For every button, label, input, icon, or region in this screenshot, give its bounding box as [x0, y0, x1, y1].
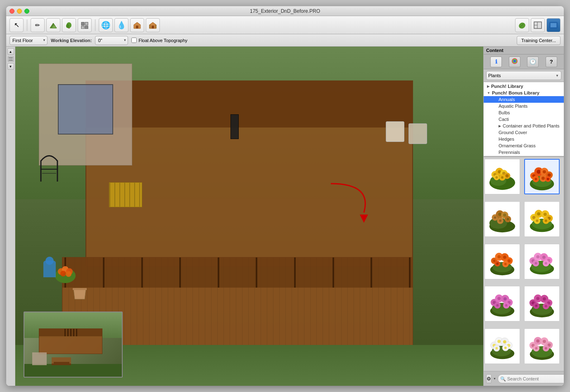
help-tab[interactable]: ? — [546, 57, 557, 67]
category-select[interactable]: Plants Structures Furniture Lighting Har… — [486, 71, 561, 80]
category-select-wrapper: Plants Structures Furniture Lighting Har… — [486, 71, 561, 80]
dropdown-arrow-btn[interactable]: ▼ — [493, 377, 496, 380]
thumbnail-overlay — [24, 312, 123, 378]
svg-point-68 — [494, 216, 496, 219]
plant-thumb-6[interactable] — [524, 244, 560, 279]
trellis-arch — [39, 149, 59, 182]
plant-thumb-2[interactable] — [524, 159, 560, 194]
decor-tool[interactable] — [146, 18, 160, 32]
punch-bonus-library-group[interactable]: ▼ Punch! Bonus Library — [484, 90, 564, 96]
svg-point-140 — [543, 298, 546, 301]
color-tab[interactable] — [509, 57, 520, 67]
svg-rect-13 — [149, 25, 151, 28]
svg-point-44 — [506, 174, 509, 177]
globe-tool[interactable]: 🌐 — [99, 18, 113, 32]
floor-select[interactable]: First Floor Second Floor Basement — [10, 36, 48, 45]
svg-rect-6 — [85, 22, 88, 25]
search-input[interactable] — [498, 374, 564, 383]
perennials-item[interactable]: Perennials — [484, 149, 564, 156]
minimize-button[interactable] — [17, 9, 22, 14]
svg-point-84 — [544, 213, 547, 216]
aquatic-plants-item[interactable]: Aquatic Plants — [484, 103, 564, 109]
terrain-tool[interactable] — [46, 18, 60, 32]
svg-point-88 — [536, 220, 538, 222]
annuals-item[interactable]: Annuals — [484, 96, 564, 103]
globe-icon: 🌐 — [101, 21, 110, 30]
layout-tool[interactable] — [78, 18, 92, 32]
tree-view[interactable]: ▶ Punch! Library ▼ Punch! Bonus Library … — [484, 82, 564, 156]
settings-tab[interactable]: 🕐 — [527, 57, 539, 67]
terrain-icon — [49, 21, 57, 29]
svg-point-94 — [493, 260, 496, 262]
help-icon: ? — [550, 59, 553, 65]
floorplan-button[interactable] — [531, 18, 545, 32]
punch-library-group[interactable]: ▶ Punch! Library — [484, 83, 564, 90]
panel-bottom: ⚙ ▼ 🔍 — [484, 371, 564, 386]
elevation-select-wrapper: 0" — [95, 36, 128, 45]
left-nav: ▲ ▼ — [6, 47, 15, 386]
plant-svg-6 — [526, 246, 558, 278]
yellow-fence — [109, 182, 142, 207]
structure-tool[interactable] — [130, 18, 144, 32]
svg-point-144 — [535, 305, 537, 307]
svg-point-152 — [497, 340, 501, 343]
plant-thumb-5[interactable] — [484, 244, 520, 279]
svg-point-98 — [503, 255, 506, 259]
close-button[interactable] — [10, 9, 14, 14]
plant-svg-8 — [526, 288, 558, 320]
ground-cover-item[interactable]: Ground Cover — [484, 129, 564, 136]
training-center-button[interactable]: Training Center... — [517, 36, 560, 45]
svg-point-154 — [503, 340, 506, 344]
nav-up-arrow[interactable]: ▲ — [7, 48, 14, 55]
flowers-left — [53, 263, 78, 284]
plant-svg-2 — [526, 161, 558, 193]
svg-point-76 — [499, 220, 501, 222]
float-checkbox[interactable] — [131, 38, 137, 43]
container-potted-label: Container and Potted Plants — [503, 123, 560, 128]
bulbs-item[interactable]: Bulbs — [484, 109, 564, 116]
plant-thumb-9[interactable] — [484, 328, 520, 364]
pencil-tool[interactable]: ✏ — [31, 18, 45, 32]
cursor-tool[interactable]: ↖ — [10, 18, 24, 32]
plant-thumb-10[interactable] — [524, 328, 560, 364]
upper-deck-rail — [86, 81, 412, 128]
cursor-icon: ↖ — [14, 21, 19, 29]
svg-point-104 — [504, 263, 507, 265]
punch-bonus-label: Punch! Bonus Library — [492, 90, 539, 95]
chimney — [230, 114, 239, 139]
decor-icon — [149, 21, 157, 29]
plant-thumb-3[interactable] — [484, 201, 520, 237]
svg-point-64 — [547, 178, 549, 180]
leaf-icon — [518, 21, 527, 29]
svg-rect-7 — [81, 26, 84, 29]
water-tool[interactable]: 💧 — [114, 18, 128, 32]
viewport[interactable] — [15, 47, 483, 386]
plant-thumb-1[interactable] — [484, 159, 520, 194]
thumb-stairs — [52, 357, 71, 365]
plant-tool[interactable] — [62, 18, 76, 32]
view3d-button[interactable] — [546, 18, 560, 32]
svg-point-158 — [495, 347, 498, 349]
leaf-button[interactable] — [515, 18, 529, 32]
plants-grid[interactable] — [484, 158, 564, 371]
plant-thumb-7[interactable] — [484, 286, 520, 321]
svg-point-46 — [495, 176, 498, 179]
svg-point-146 — [545, 305, 547, 307]
blue-toy — [43, 261, 56, 277]
svg-rect-8 — [85, 26, 88, 29]
hedges-item[interactable]: Hedges — [484, 136, 564, 142]
cacti-item[interactable]: Cacti — [484, 116, 564, 123]
ornamental-grass-item[interactable]: Ornamental Grass — [484, 142, 564, 149]
svg-point-96 — [497, 255, 501, 258]
container-potted-item[interactable]: ▶ Container and Potted Plants — [484, 123, 564, 129]
maximize-button[interactable] — [24, 9, 29, 14]
info-tab[interactable]: ℹ — [490, 57, 502, 67]
plant-thumb-8[interactable] — [524, 286, 560, 321]
nav-down-arrow[interactable]: ▼ — [7, 63, 14, 70]
elevation-select[interactable]: 0" — [95, 36, 128, 45]
gear-button[interactable]: ⚙ — [486, 374, 492, 383]
svg-point-74 — [507, 218, 509, 220]
toolbar-right — [515, 18, 560, 32]
plant-thumb-4[interactable] — [524, 201, 560, 237]
svg-point-26 — [60, 271, 66, 276]
